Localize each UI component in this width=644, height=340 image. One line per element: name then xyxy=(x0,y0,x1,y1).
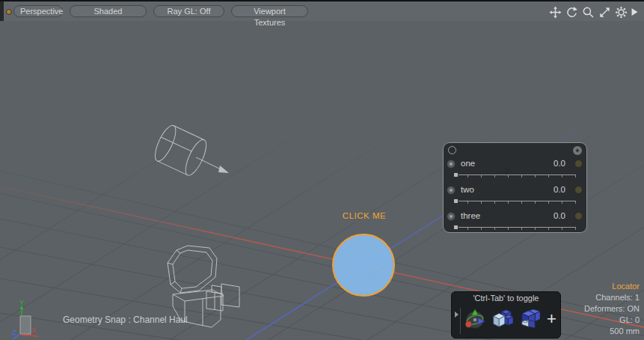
move-icon[interactable] xyxy=(549,6,562,19)
channel-label: three xyxy=(461,211,480,220)
toolbar-corner-notch xyxy=(0,1,4,21)
gear-icon[interactable] xyxy=(615,6,628,19)
channel-row-three: three 0.0 xyxy=(444,210,588,234)
hud-item-type: Locator xyxy=(584,281,640,292)
hud-deformers: Deformers: ON xyxy=(584,303,640,315)
gizmo-z-label: Z xyxy=(12,329,16,336)
ray-gl-button[interactable]: Ray GL: Off xyxy=(153,5,224,17)
slider-handle[interactable] xyxy=(453,225,459,230)
ctrl-tab-popup: 'Ctrl-Tab' to toggle xyxy=(451,291,561,339)
channel-mode-knob[interactable] xyxy=(447,212,456,221)
channel-row-two: two 0.0 xyxy=(444,184,588,208)
gizmo-x-label: X xyxy=(31,327,36,334)
rotate-item-tool-icon[interactable] xyxy=(463,307,487,331)
channel-value[interactable]: 0.0 xyxy=(553,211,565,220)
magnify-icon[interactable] xyxy=(582,6,595,19)
cube-primitive-icon[interactable] xyxy=(491,307,513,330)
channel-value[interactable]: 0.0 xyxy=(553,159,565,168)
slider-handle[interactable] xyxy=(453,198,459,204)
channel-mode-knob[interactable] xyxy=(447,160,456,169)
flyout-arrow-icon[interactable] xyxy=(631,7,638,16)
slider-handle[interactable] xyxy=(453,172,459,177)
gizmo-y-label: Y xyxy=(19,299,24,306)
hud-channels: Channels: 1 xyxy=(584,292,640,303)
hud-grid-size: 500 mm xyxy=(584,326,640,337)
channel-state-indicator[interactable] xyxy=(574,160,583,168)
channel-slider[interactable] xyxy=(454,198,576,205)
snap-status-text: Geometry Snap : Channel Haul xyxy=(63,315,188,325)
shading-mode-button[interactable]: Shaded xyxy=(70,5,147,17)
channel-state-indicator[interactable] xyxy=(574,212,583,220)
viewport-thumb-dot[interactable] xyxy=(6,9,12,15)
divider xyxy=(460,308,461,334)
locator-circle[interactable] xyxy=(333,234,394,296)
channel-state-indicator[interactable] xyxy=(574,186,583,194)
channel-row-one: one 0.0 xyxy=(444,158,588,182)
wireframe-cylinder-mesh[interactable] xyxy=(151,123,229,178)
perspective-button[interactable]: Perspective xyxy=(13,5,63,17)
channel-value[interactable]: 0.0 xyxy=(553,185,565,194)
toolbar-buttons: Perspective Shaded Ray GL: Off Viewport … xyxy=(13,5,308,17)
channel-slider[interactable] xyxy=(454,172,576,179)
maximize-icon[interactable] xyxy=(598,6,611,19)
rotate-icon[interactable] xyxy=(565,6,578,19)
viewport-window: -Z xyxy=(0,0,644,340)
click-me-label: CLICK ME xyxy=(333,211,396,220)
popup-title: 'Ctrl-Tab' to toggle xyxy=(452,294,560,303)
item-info-hud: Locator Channels: 1 Deformers: ON GL: 0 … xyxy=(584,281,640,337)
cube-array-icon[interactable] xyxy=(518,307,542,330)
hud-gl: GL: 0 xyxy=(584,315,640,326)
channel-slider[interactable] xyxy=(454,225,576,231)
viewport-textures-button[interactable]: Viewport Textures xyxy=(231,5,308,17)
axis-gizmo[interactable]: Y X Z xyxy=(12,299,38,339)
panel-pin-ring[interactable] xyxy=(448,146,456,154)
channel-haul-panel: one 0.0 two 0.0 three 0.0 xyxy=(443,142,587,233)
panel-options-knob[interactable] xyxy=(573,146,582,155)
channel-mode-knob[interactable] xyxy=(447,186,456,195)
channel-label: one xyxy=(461,159,475,168)
toolbar-icon-group xyxy=(549,5,638,19)
expand-caret-icon[interactable] xyxy=(455,312,459,318)
viewport-toolbar: Perspective Shaded Ray GL: Off Viewport … xyxy=(0,0,644,21)
add-tool-button[interactable]: + xyxy=(547,309,556,329)
channel-label: two xyxy=(461,185,474,194)
